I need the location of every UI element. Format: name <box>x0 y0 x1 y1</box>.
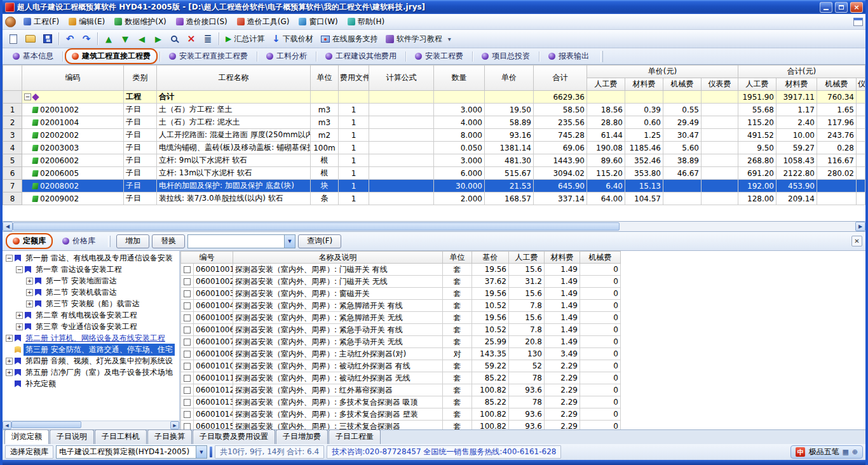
quota-cell[interactable]: 19.56 <box>472 312 509 324</box>
tree-item-label[interactable]: 第二章 有线电视设备安装工程 <box>34 309 139 321</box>
tab-install-fee[interactable]: 安装工程费 <box>408 48 470 64</box>
quota-cell[interactable]: 探测器安装（室内外、周界）: 被动红外探测器 有线 <box>233 360 443 372</box>
new-button[interactable] <box>6 31 21 46</box>
col-header-t-machine[interactable]: 机械费 <box>817 78 857 91</box>
grid-cell[interactable]: 8.000 <box>434 129 485 142</box>
grid-cell[interactable]: 1 <box>339 142 369 154</box>
grid-cell[interactable] <box>369 104 434 116</box>
grid-cell[interactable] <box>857 180 865 192</box>
quota-cell[interactable]: 15.6 <box>509 312 545 324</box>
grid-cell[interactable]: 3.000 <box>434 104 485 116</box>
quota-row[interactable]: 06001014探测器安装（室内外、周界）: 多技术复合探测器 壁装套100.8… <box>181 408 621 421</box>
grid-cell[interactable] <box>857 167 865 180</box>
quota-col-name[interactable]: 名称及说明 <box>233 252 443 264</box>
grid-cell[interactable]: 1.17 <box>776 104 817 116</box>
quota-cell[interactable]: 19.56 <box>472 264 509 276</box>
quota-col-base[interactable]: 基价 <box>472 252 509 264</box>
quota-cell[interactable]: 探测器安装（室内外、周界）: 三技术复合探测器 <box>233 421 443 430</box>
quota-cell[interactable]: 套 <box>443 372 472 384</box>
move-right-button[interactable]: ▶ <box>151 31 166 46</box>
ime-lang-icon[interactable]: 中 <box>796 447 805 457</box>
quota-cell[interactable]: 探测器安装（室内外、周界）: 紧急脚踏开关 无线 <box>233 312 443 324</box>
grid-cell[interactable]: 子目 <box>124 142 157 154</box>
table-row[interactable]: 302002002子目人工开挖路面: 混凝土路面 厚度(250mm以内)m218… <box>3 129 865 142</box>
grid-cell[interactable]: 工程 <box>124 91 157 104</box>
grid-cell[interactable]: 6.40 <box>587 180 625 192</box>
grid-cell[interactable]: 块 <box>311 180 339 192</box>
quota-row[interactable]: 06001013探测器安装（室内外、周界）: 多技术复合探测器 吸顶套85.22… <box>181 396 621 408</box>
grid-cell[interactable]: 子目 <box>124 116 157 129</box>
grid-cell[interactable]: 280.02 <box>817 167 857 180</box>
tree-expander[interactable]: + <box>26 300 33 307</box>
grid-cell[interactable]: 02002002 <box>22 129 124 142</box>
quota-cell[interactable]: 19.56 <box>472 288 509 300</box>
grid-cell[interactable] <box>625 91 663 104</box>
grid-cell[interactable]: 168.57 <box>485 192 534 205</box>
grid-cell[interactable]: 0.050 <box>434 142 485 154</box>
grid-cell[interactable] <box>434 91 485 104</box>
quota-row[interactable]: 06001010探测器安装（室内外、周界）: 被动红外探测器 有线套59.225… <box>181 360 621 372</box>
tree-expander[interactable]: + <box>6 335 13 342</box>
quota-cell[interactable]: 探测器安装（室内外、周界）: 红外幕帘探测器 <box>233 384 443 396</box>
move-up-button[interactable]: ▲ <box>101 31 116 46</box>
query-button[interactable]: 查询(F) <box>298 234 341 248</box>
quota-cell[interactable]: 59.22 <box>472 360 509 372</box>
quota-row[interactable]: 06001001探测器安装（室内外、周界）: 门磁开关 有线套19.5615.6… <box>181 264 621 276</box>
quota-cell[interactable]: 06001004 <box>194 300 233 312</box>
tab-item-resources[interactable]: 子目工料机 <box>95 429 147 444</box>
tree-item[interactable]: +第五册 洁净厂房（室）及电子设备技术场地 <box>4 367 179 378</box>
quota-row[interactable]: 06001008探测器安装（室内外、周界）: 主动红外探测器(对)对143.35… <box>181 348 621 360</box>
grid-cell[interactable]: 9.50 <box>738 142 776 154</box>
quota-cell[interactable]: 93.6 <box>509 421 545 430</box>
grid-cell[interactable]: 02001002 <box>22 104 124 116</box>
grid-cell[interactable]: 337.14 <box>534 192 587 205</box>
grid-cell[interactable]: 1 <box>339 192 369 205</box>
grid-cell[interactable]: 6629.36 <box>534 91 587 104</box>
quota-cell[interactable]: 0 <box>580 288 621 300</box>
grid-cell[interactable]: 1058.43 <box>776 154 817 167</box>
grid-cell[interactable]: 0.28 <box>817 142 857 154</box>
quota-cell[interactable]: 06001008 <box>194 348 233 360</box>
quota-row[interactable]: 06001006探测器安装（室内外、周界）: 紧急手动开关 有线套10.527.… <box>181 324 621 336</box>
toolbar-overflow-chevron[interactable]: ▾ <box>448 36 451 43</box>
col-header-t-labor[interactable]: 人工费 <box>738 78 776 91</box>
tree-scroll-thumb[interactable] <box>11 421 81 428</box>
grid-cell[interactable]: 691.20 <box>738 167 776 180</box>
quota-row[interactable]: 06001012探测器安装（室内外、周界）: 红外幕帘探测器套100.8293.… <box>181 384 621 396</box>
row-checkbox-cell[interactable] <box>181 360 194 372</box>
quota-cell[interactable]: 78 <box>509 372 545 384</box>
quota-cell[interactable]: 0 <box>580 408 621 421</box>
tab-item-conversion[interactable]: 子目换算 <box>147 429 192 444</box>
grid-cell[interactable] <box>817 192 857 205</box>
col-header-u-material[interactable]: 材料费 <box>625 78 663 91</box>
row-checkbox-cell[interactable] <box>181 312 194 324</box>
grid-cell[interactable]: 子目 <box>124 192 157 205</box>
grid-cell[interactable] <box>702 91 738 104</box>
tree-expander[interactable]: + <box>16 312 23 319</box>
row-checkbox-cell[interactable] <box>181 336 194 348</box>
grid-cell[interactable] <box>702 129 738 142</box>
grid-cell[interactable]: 土（石）方工程: 坚土 <box>157 104 311 116</box>
grid-cell[interactable]: 子目 <box>124 104 157 116</box>
grid-hscrollbar[interactable]: ◀ ▶ <box>3 222 865 232</box>
tree-item-label[interactable]: 第四册 音频、视频、灯光及集中控制系统设 <box>24 355 175 367</box>
move-down-button[interactable]: ▼ <box>118 31 133 46</box>
quota-cell[interactable]: 探测器安装（室内外、周界）: 多技术复合探测器 吸顶 <box>233 396 443 408</box>
quota-cell[interactable]: 93.6 <box>509 384 545 396</box>
notes-button[interactable]: ≣ <box>200 31 215 46</box>
combo-dropdown-arrow[interactable]: ▼ <box>196 446 207 458</box>
quota-cell[interactable]: 1.49 <box>545 312 580 324</box>
quota-cell[interactable]: 1.49 <box>545 324 580 336</box>
grid-cell[interactable]: 268.80 <box>738 154 776 167</box>
grid-cell[interactable]: 353.80 <box>625 167 663 180</box>
row-checkbox[interactable] <box>184 314 191 321</box>
tab-price-library[interactable]: 价格库 <box>55 233 102 249</box>
menu-project[interactable]: 工程(F) <box>19 15 64 29</box>
quota-cell[interactable]: 25.99 <box>472 336 509 348</box>
tab-total-investment[interactable]: 项目总投资 <box>475 48 537 64</box>
grid-cell[interactable]: 481.30 <box>485 154 534 167</box>
quota-col-machine[interactable]: 机械费 <box>580 252 621 264</box>
tree-item-label[interactable]: 第二节 安装机载雷达 <box>44 286 119 299</box>
summary-calc-button[interactable]: ▶汇总计算 <box>222 31 268 46</box>
grid-cell[interactable]: 46.67 <box>663 167 702 180</box>
